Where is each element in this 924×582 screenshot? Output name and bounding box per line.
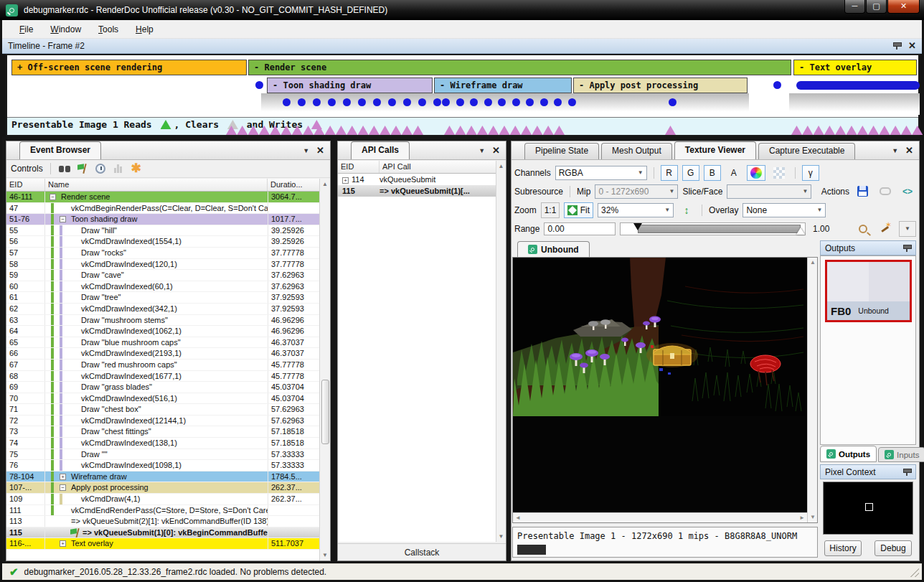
menu-help[interactable]: Help <box>128 22 161 37</box>
timeline-canvas[interactable]: Presentable Image 1 Reads , Clears and W… <box>6 54 920 136</box>
tree-expander-icon[interactable]: + <box>342 177 349 184</box>
close-icon[interactable]: ✕ <box>492 146 500 155</box>
event-row-51-76[interactable]: 51-76−Toon shading draw1017.7... <box>6 214 319 225</box>
drawcall-dot[interactable] <box>456 98 464 106</box>
event-row-58[interactable]: 58vkCmdDrawIndexed(120,1)37.77778 <box>6 259 319 271</box>
event-row-56[interactable]: 56vkCmdDrawIndexed(1554,1)39.25926 <box>6 236 319 248</box>
drawcall-dot[interactable] <box>669 98 676 106</box>
scroll-down-icon[interactable]: ▼ <box>496 531 506 542</box>
event-browser-scrollbar[interactable]: ▲ ▼ <box>319 179 330 560</box>
write-marker-triangle[interactable] <box>510 126 521 135</box>
drawcall-dot[interactable] <box>418 98 426 106</box>
chevron-down-icon[interactable]: ▼ <box>303 147 309 154</box>
write-marker-triangle[interactable] <box>543 126 554 135</box>
scroll-down-icon[interactable]: ▼ <box>320 550 330 560</box>
timeline-bar-apply-post-processing[interactable]: - Apply post processing <box>573 78 748 93</box>
link-button[interactable] <box>876 184 895 200</box>
tab-texture-viewer[interactable]: Texture Viewer <box>674 141 756 159</box>
write-marker-triangle[interactable] <box>912 126 923 135</box>
event-row-115[interactable]: 115=> vkQueueSubmit(1)[0]: vkBeginComman… <box>6 527 319 539</box>
event-row-76[interactable]: 76vkCmdDrawIndexed(1098,1)57.33333 <box>6 460 319 471</box>
write-marker-triangle[interactable] <box>665 126 676 135</box>
api-call-row-114[interactable]: +114vkQueueSubmit <box>338 174 496 185</box>
drawcall-dot[interactable] <box>298 98 306 106</box>
tab-pipeline-state[interactable]: Pipeline State <box>524 143 599 159</box>
write-marker-triangle[interactable] <box>499 126 510 135</box>
pin-icon[interactable] <box>902 244 911 253</box>
event-row-65[interactable]: 65Draw "blue mushroom caps"46.37037 <box>6 337 319 349</box>
channel-b-button[interactable]: B <box>704 165 721 181</box>
write-marker-triangle[interactable] <box>325 126 336 135</box>
tree-expander-icon[interactable]: − <box>60 484 66 491</box>
event-row-72[interactable]: 72vkCmdDrawIndexed(12144,1)57.62963 <box>6 416 319 427</box>
event-row-73[interactable]: 73Draw "chest fittings"57.18518 <box>6 426 319 438</box>
write-marker-triangle[interactable] <box>369 126 380 135</box>
callstack-section[interactable]: Callstack <box>338 543 506 560</box>
drawcall-dot[interactable] <box>540 98 548 106</box>
tree-expander-icon[interactable]: + <box>60 474 66 480</box>
api-call-row-115[interactable]: 115=> vkQueueSubmit(1)[... <box>338 185 496 197</box>
event-row-55[interactable]: 55Draw "hill"39.25926 <box>6 225 319 237</box>
api-calls-scrollbar[interactable]: ▲ ▼ <box>496 161 506 542</box>
channel-r-button[interactable]: R <box>661 165 678 181</box>
write-marker-triangle[interactable] <box>890 126 901 135</box>
drawcall-dense-bar[interactable] <box>796 81 920 90</box>
timeline-bar-render-scene[interactable]: - Render scene <box>248 60 791 75</box>
channel-a-button[interactable]: A <box>725 165 742 181</box>
event-row-71[interactable]: 71Draw "chest box"57.62963 <box>6 404 319 416</box>
tab-unbound-texture[interactable]: Unbound <box>517 241 590 257</box>
event-row-74[interactable]: 74vkCmdDrawIndexed(138,1)57.18518 <box>6 438 319 449</box>
drawcall-dot[interactable] <box>255 81 263 89</box>
zoom-fit-button[interactable]: Fit <box>564 202 593 218</box>
time-durations-icon[interactable] <box>94 162 107 175</box>
event-row-63[interactable]: 63Draw "mushroom stems"46.96296 <box>6 315 319 327</box>
range-min-value[interactable]: 0.00 <box>544 222 616 235</box>
tree-expander-icon[interactable]: − <box>50 194 56 200</box>
jump-to-event-flag-icon[interactable] <box>76 162 89 175</box>
pin-icon[interactable] <box>892 42 901 50</box>
tree-expander-icon[interactable]: + <box>60 540 66 547</box>
toolbar-overflow-button[interactable]: ▼ <box>899 221 916 237</box>
pixel-context-header[interactable]: Pixel Context <box>820 464 916 479</box>
resize-grip[interactable] <box>910 568 919 577</box>
custom-display-button[interactable] <box>747 165 765 181</box>
drawcall-dot[interactable] <box>403 98 411 106</box>
drawcall-dot[interactable] <box>373 98 381 106</box>
write-marker-triangle[interactable] <box>455 126 466 135</box>
event-row-116-...[interactable]: 116-...+Text overlay511.7037 <box>6 538 319 550</box>
zoom-level-select[interactable]: 32%▼ <box>598 203 674 217</box>
mip-select[interactable]: 0 - 1272x690▼ <box>595 184 678 199</box>
range-black-handle[interactable] <box>633 223 642 230</box>
texture-viewport[interactable]: ◄► ▲▼ <box>512 257 818 523</box>
fb0-thumbnail[interactable]: FB0 Unbound <box>825 260 912 322</box>
gamma-button[interactable]: γ <box>802 165 819 181</box>
tab-capture-executable[interactable]: Capture Executable <box>758 143 855 159</box>
timeline-panel-header[interactable]: Timeline - Frame #2 ✕ <box>2 39 922 54</box>
event-row-75[interactable]: 75Draw ""57.33333 <box>6 449 319 461</box>
outputs-header[interactable]: Outputs <box>820 240 916 255</box>
drawcall-dot[interactable] <box>433 98 441 106</box>
write-marker-triangle[interactable] <box>857 126 868 135</box>
scroll-up-icon[interactable]: ▲ <box>496 161 506 172</box>
close-icon[interactable]: ✕ <box>316 146 324 155</box>
flip-y-button[interactable]: ↕ <box>678 202 695 218</box>
write-marker-triangle[interactable] <box>336 126 346 135</box>
event-row-59[interactable]: 59Draw "cave"37.62963 <box>6 270 319 281</box>
write-marker-triangle[interactable] <box>835 126 846 135</box>
pixel-context-view[interactable] <box>823 482 913 535</box>
find-icon[interactable] <box>58 162 71 175</box>
write-marker-triangle[interactable] <box>802 126 813 135</box>
write-marker-triangle[interactable] <box>402 126 412 135</box>
write-marker-triangle[interactable] <box>444 126 455 135</box>
event-row-64[interactable]: 64vkCmdDrawIndexed(1062,1)46.96296 <box>6 326 319 337</box>
channel-g-button[interactable]: G <box>682 165 699 181</box>
write-marker-triangle[interactable] <box>521 126 532 135</box>
close-icon[interactable]: ✕ <box>908 42 916 50</box>
drawcall-dot[interactable] <box>773 81 781 89</box>
close-icon[interactable]: ✕ <box>905 146 913 155</box>
slice-face-select[interactable]: ▼ <box>727 184 811 199</box>
event-row-66[interactable]: 66vkCmdDrawIndexed(2193,1)46.37037 <box>6 348 319 360</box>
write-marker-triangle[interactable] <box>346 126 357 135</box>
horizontal-scrollbar[interactable]: ◄► <box>513 512 807 522</box>
event-row-78-104[interactable]: 78-104+Wireframe draw1784.5... <box>6 471 319 483</box>
